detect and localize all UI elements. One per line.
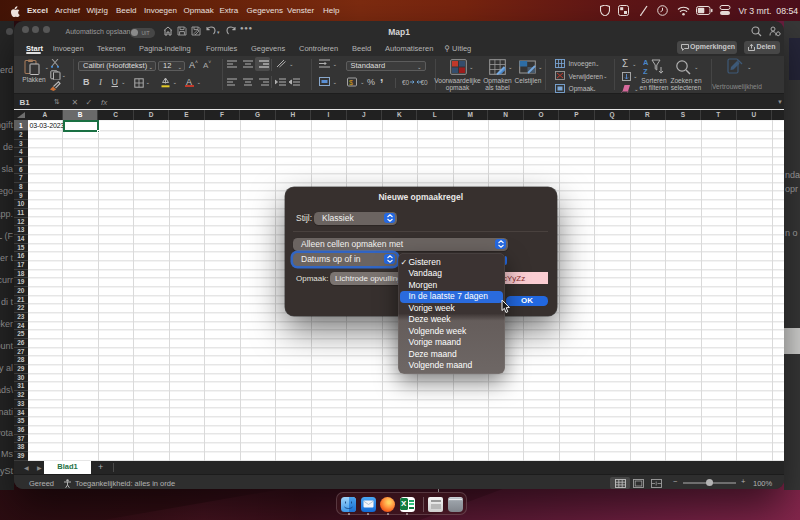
svg-text:€0: €0 (402, 79, 410, 86)
svg-text:Z: Z (643, 67, 648, 76)
svg-text:$: $ (349, 79, 353, 86)
svg-text:€0: €0 (421, 79, 429, 86)
svg-text:A: A (643, 58, 649, 67)
